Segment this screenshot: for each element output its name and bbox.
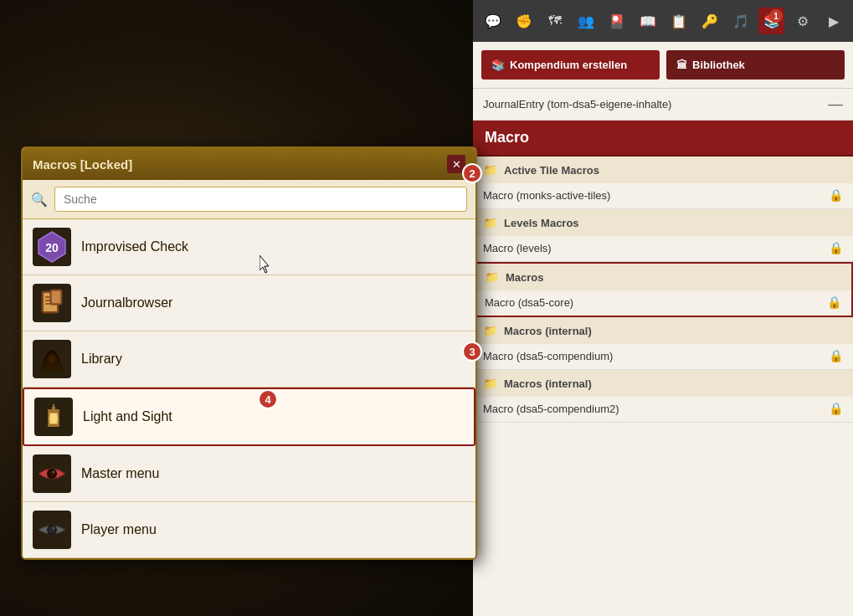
journal-entry-row[interactable]: JournalEntry (tom-dsa5-eigene-inhalte) — — [473, 89, 853, 121]
chat-icon[interactable]: 💬 — [480, 8, 506, 34]
macro-item-player-menu[interactable]: Player menu — [23, 502, 475, 558]
compendium-item-levels[interactable]: 📁 Levels Macros Macro (levels) 🔒 — [473, 209, 853, 262]
macro-icon-master-menu — [33, 454, 71, 493]
folder-icon: 📁 — [483, 324, 497, 337]
folder-levels: 📁 Levels Macros — [473, 209, 853, 236]
folder-macros: 📁 Macros — [475, 264, 851, 290]
macro-icon-improvised: 20 — [33, 228, 71, 266]
lock-icon: 🔒 — [829, 241, 843, 254]
step-badge-2: 2 — [462, 163, 482, 183]
sub-active-tile: Macro (monks-active-tiles) 🔒 — [473, 183, 853, 208]
macro-item-journalbrowser[interactable]: Journalbrowser — [23, 275, 475, 331]
kompendium-icon-btn: 📚 — [491, 59, 505, 71]
sub-levels: Macro (levels) 🔒 — [473, 236, 853, 261]
svg-point-16 — [49, 413, 59, 424]
macro-icon-library — [33, 340, 71, 378]
macro-item-light-and-sight[interactable]: Light and Sight — [23, 388, 475, 446]
macro-list: 20 Improvised Check Journalbrowser — [23, 219, 475, 558]
fist-icon[interactable]: ✊ — [511, 8, 537, 34]
book-icon[interactable]: 📖 — [635, 8, 660, 34]
settings-icon[interactable]: ⚙ — [789, 8, 815, 34]
right-panel: 💬 ✊ 🗺 👥 🎴 📖 📋 🔑 🎵 📚 1 ⚙ ▶ 📚 Kompendium e… — [473, 0, 853, 616]
users-icon[interactable]: 👥 — [573, 8, 599, 34]
action-buttons-row: 📚 Kompendium erstellen 🏛 Bibliothek — [473, 42, 853, 89]
svg-point-10 — [49, 356, 55, 362]
folder-icon: 📁 — [483, 163, 497, 177]
search-input[interactable] — [54, 187, 467, 212]
macro-item-improvised[interactable]: 20 Improvised Check — [23, 219, 475, 275]
step-badge-4: 4 — [258, 389, 278, 409]
svg-rect-14 — [52, 407, 55, 410]
macros-window: Macros [Locked] ✕ 🔍 20 Improvised Check — [21, 146, 477, 560]
svg-text:20: 20 — [45, 241, 59, 254]
folder-active-tile: 📁 Active Tile Macros — [473, 157, 853, 183]
svg-point-20 — [53, 471, 55, 474]
lock-icon: 🔒 — [829, 188, 843, 202]
svg-rect-15 — [48, 424, 59, 427]
macro-item-master-menu[interactable]: Master menu — [23, 446, 475, 502]
bibliothek-button[interactable]: 🏛 Bibliothek — [666, 50, 845, 80]
list-icon[interactable]: 📋 — [665, 8, 691, 34]
sub-internal: Macro (dsa5-compendium) 🔒 — [473, 344, 853, 369]
lock-icon: 🔒 — [829, 402, 843, 415]
kompendium-erstellen-button[interactable]: 📚 Kompendium erstellen — [481, 50, 660, 80]
macro-item-library[interactable]: Library — [23, 331, 475, 388]
bibliothek-icon: 🏛 — [676, 59, 687, 71]
sub-internal2: Macro (dsa5-compendium2) 🔒 — [473, 397, 853, 422]
cards-icon[interactable]: 🎴 — [604, 8, 629, 34]
compendium-item-internal[interactable]: 📁 Macros (internal) Macro (dsa5-compendi… — [473, 317, 853, 370]
folder-internal: 📁 Macros (internal) — [473, 317, 853, 344]
notification-badge: 1 — [769, 9, 783, 23]
macro-icon-light-and-sight — [34, 398, 73, 436]
sub-macros: Macro (dsa5-core) 🔒 — [475, 290, 851, 316]
lock-icon: 🔒 — [827, 295, 841, 309]
lock-icon: 🔒 — [829, 349, 843, 362]
key-icon[interactable]: 🔑 — [696, 8, 722, 34]
folder-internal2: 📁 Macros (internal) — [473, 370, 853, 397]
compendium-item-internal2[interactable]: 📁 Macros (internal) Macro (dsa5-compendi… — [473, 370, 853, 423]
macro-icon-journalbrowser — [33, 284, 71, 322]
toolbar: 💬 ✊ 🗺 👥 🎴 📖 📋 🔑 🎵 📚 1 ⚙ ▶ — [473, 0, 853, 42]
macro-icon-player-menu — [33, 511, 71, 549]
map-icon[interactable]: 🗺 — [542, 8, 568, 34]
compendium-item-macros[interactable]: 📁 Macros Macro (dsa5-core) 🔒 — [473, 262, 853, 317]
svg-rect-8 — [52, 291, 60, 303]
compendium-icon[interactable]: 📚 1 — [758, 8, 784, 34]
search-icon: 🔍 — [31, 192, 48, 208]
compendium-list: 📁 Active Tile Macros Macro (monks-active… — [473, 157, 853, 616]
minus-icon: — — [828, 95, 843, 113]
macro-header: Macro — [473, 121, 853, 157]
music-icon[interactable]: 🎵 — [727, 8, 753, 34]
folder-icon: 📁 — [483, 216, 497, 229]
folder-icon: 📁 — [483, 377, 497, 390]
macros-titlebar: Macros [Locked] ✕ — [23, 148, 475, 180]
step-badge-3: 3 — [462, 341, 482, 362]
compendium-item-active-tile[interactable]: 📁 Active Tile Macros Macro (monks-active… — [473, 157, 853, 209]
chevron-icon[interactable]: ▶ — [820, 8, 846, 34]
folder-icon: 📁 — [485, 270, 499, 284]
search-row: 🔍 — [23, 180, 475, 219]
svg-point-23 — [53, 527, 55, 530]
